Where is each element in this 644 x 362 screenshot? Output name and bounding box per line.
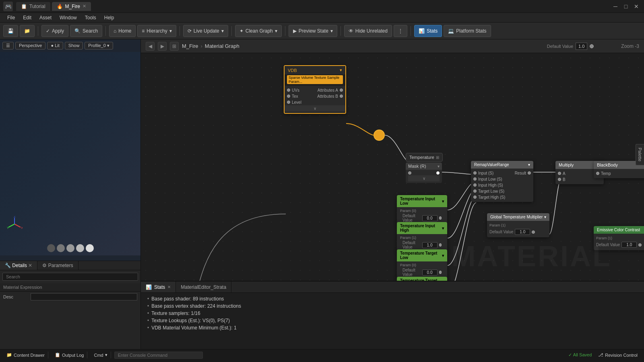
temp-input-high-dropdown[interactable]: ▾ [442,226,444,230]
breadcrumb-mfire[interactable]: M_Fire [182,43,198,49]
graph-canvas[interactable]: VDB ▾ Sparse Volume Texture Sample Param… [141,53,644,281]
stats-button[interactable]: 📊 Stats [414,25,442,37]
menu-asset[interactable]: Asset [35,14,56,21]
mask-node[interactable]: Mask (R) ▾ ∨ [406,162,442,183]
back-button[interactable]: ◀ [146,42,155,51]
temp-target-low-value[interactable] [422,269,438,276]
sphere-2[interactable] [57,244,65,252]
vdb-node[interactable]: VDB ▾ Sparse Volume Texture Sample Param… [284,65,346,114]
temp-input-low-pin[interactable] [439,216,442,220]
temp-target-low-pin[interactable] [439,271,442,274]
default-value-input[interactable]: 1.0 [576,43,587,50]
tab-mfire-close[interactable]: ✕ [83,4,86,9]
remap-inputhigh-pin[interactable] [473,183,477,187]
save-button[interactable]: 💾 [3,25,18,37]
palette-tab[interactable]: Palette [636,144,644,165]
temp-target-low-dropdown[interactable]: ▾ [442,253,444,258]
mask-input-pin[interactable] [408,171,411,175]
breadcrumb-material-graph[interactable]: Material Graph [205,43,239,49]
vdb-dropdown-icon[interactable]: ▾ [340,68,342,73]
vdb-tex-pin[interactable] [287,95,290,98]
remap-inputlow-pin[interactable] [473,177,477,181]
vdb-attrb-pin[interactable] [340,95,343,98]
home-button[interactable]: ⌂ Home [109,25,136,37]
temp-target-low-node[interactable]: Temperature Target Low ▾ Param (0) Defau… [397,249,447,279]
multiply-b-pin[interactable] [558,178,561,181]
sphere-3[interactable] [66,244,74,252]
details-close[interactable]: ✕ [28,263,32,268]
desc-input[interactable] [31,293,137,300]
clean-graph-button[interactable]: ✦ Clean Graph ▾ [235,25,282,37]
maximize-button[interactable]: □ [621,2,630,11]
menu-window[interactable]: Window [56,14,81,21]
menu-edit[interactable]: Edit [19,14,35,21]
emissive-node[interactable]: Emissive Color Contrast ▾ Param (1) Defa… [594,226,644,250]
temp-input-low-node[interactable]: Temperature Input Low ▾ Param (0) Defaul… [397,195,447,225]
search-button[interactable]: 🔍 Search [70,25,102,37]
apply-button[interactable]: ✓ Apply [41,25,68,37]
profile-button[interactable]: Profile_0 ▾ [85,42,113,49]
vdb-level-pin[interactable] [287,101,290,104]
stats-tab-close[interactable]: ✕ [167,285,171,289]
parameters-tab[interactable]: ⚙ Parameters [37,261,78,270]
lit-button[interactable]: ● Lit [47,42,63,49]
temperature-node[interactable]: Temperature ⊞ [406,153,443,162]
viewport-mode-button[interactable]: ☰ [2,42,14,49]
perspective-button[interactable]: Perspective [15,42,45,49]
content-drawer-button[interactable]: 📁 Content Drawer [3,352,48,358]
temp-input-high-value[interactable] [422,242,438,248]
stats-tab[interactable]: 📊 Stats ✕ [141,282,176,292]
minimize-button[interactable]: ─ [611,2,620,11]
details-tab[interactable]: 🔧 Details ✕ [0,261,37,270]
tab-tutorial[interactable]: 📋 Tutorial [16,2,50,11]
global-temp-dropdown[interactable]: ▾ [544,215,546,219]
open-button[interactable]: 📁 [20,25,35,37]
close-button[interactable]: ✕ [632,2,641,11]
mask-dropdown-icon[interactable]: ▾ [438,164,440,169]
platform-stats-button[interactable]: 💻 Platform Stats [444,25,491,37]
console-input[interactable] [114,352,203,359]
vdb-attra-pin[interactable] [340,88,343,92]
cmd-button[interactable]: Cmd ▾ [91,352,111,358]
output-log-button[interactable]: 📋 Output Log [52,352,87,358]
show-button[interactable]: Show [65,42,83,49]
remap-targetlow-pin[interactable] [473,189,477,193]
menu-help[interactable]: Help [100,14,118,21]
expand-button[interactable]: ⊞ [170,42,179,51]
live-update-button[interactable]: ⟳ Live Update ▾ [183,25,228,37]
temp-input-high-pin[interactable] [439,243,442,247]
menu-tools[interactable]: Tools [81,14,100,21]
tab-mfire[interactable]: 🔥 M_Fire ✕ [52,2,91,11]
preview-state-button[interactable]: ▶ Preview State ▾ [289,25,337,37]
details-search-input[interactable] [2,273,138,281]
multiply-a-pin[interactable] [558,172,561,175]
temperature-dropdown-icon[interactable]: ⊞ [436,155,439,160]
remap-node[interactable]: RemapValueRange ▾ Input (S) Result Input… [471,161,533,202]
temp-input-high-node[interactable]: Temperature Input High ▾ Param (1) Defau… [397,222,447,252]
global-temp-value[interactable] [515,229,530,235]
temp-input-low-value[interactable] [422,215,438,221]
temp-target-high-node[interactable]: Temperature Target High ▾ Param (1) Defa… [397,277,447,281]
blackbody-temp-pin[interactable] [596,172,599,175]
vdb-expand-button[interactable]: ∨ [285,105,345,111]
mask-output-pin[interactable] [436,171,440,175]
remap-targethigh-pin[interactable] [473,195,477,199]
remap-result-pin[interactable] [528,171,531,175]
vdb-uvs-pin[interactable] [287,88,290,92]
sphere-4[interactable] [76,244,84,252]
forward-button[interactable]: ▶ [158,42,167,51]
remap-dropdown-icon[interactable]: ▾ [528,162,530,167]
global-temp-node[interactable]: Global Temperature Multiplier ▾ Param (1… [487,213,549,237]
revision-control-button[interactable]: ⎇ Revision Control [595,352,641,358]
hide-unrelated-button[interactable]: 👁 Hide Unrelated [344,25,392,37]
emissive-pin[interactable] [638,243,642,247]
more-options-button[interactable]: ⋮ [394,25,407,37]
connector-node[interactable] [374,130,385,141]
global-temp-pin[interactable] [532,230,535,234]
remap-input-pin[interactable] [473,171,477,175]
temp-input-low-dropdown[interactable]: ▾ [442,199,444,204]
viewport[interactable]: ☰ Perspective ● Lit Show Profile_0 ▾ [0,39,140,261]
sphere-1[interactable] [47,244,55,252]
mask-expand-button[interactable]: ∨ [408,175,440,181]
menu-file[interactable]: File [3,14,19,21]
